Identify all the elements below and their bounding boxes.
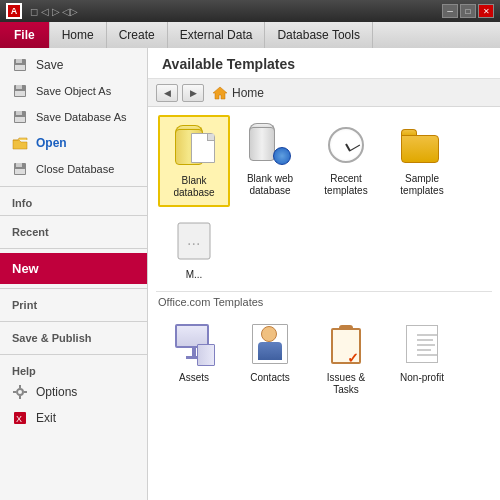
tab-database-tools[interactable]: Database Tools	[265, 22, 373, 48]
section-info: Info	[0, 191, 147, 211]
tab-file[interactable]: File	[0, 22, 50, 48]
minimize-button[interactable]: ─	[442, 4, 458, 18]
svg-rect-1	[16, 59, 22, 63]
gear-icon	[12, 384, 28, 400]
divider-5	[0, 321, 147, 322]
sidebar-options-label: Options	[36, 385, 77, 399]
template-contacts[interactable]: Contacts	[234, 314, 306, 402]
section-new[interactable]: New	[0, 253, 147, 284]
template-recent[interactable]: Recent templates	[310, 115, 382, 207]
divider-3	[0, 248, 147, 249]
contacts-icon	[246, 320, 294, 368]
close-button[interactable]: ✕	[478, 4, 494, 18]
officecom-section-title: Office.com Templates	[156, 291, 492, 312]
divider-2	[0, 215, 147, 216]
tab-home[interactable]: Home	[50, 22, 107, 48]
assets-icon	[170, 320, 218, 368]
svg-rect-14	[19, 396, 21, 399]
divider-4	[0, 288, 147, 289]
recent-templates-label: Recent templates	[314, 173, 378, 197]
assets-label: Assets	[179, 372, 209, 384]
window-controls[interactable]: ─ □ ✕	[442, 4, 494, 18]
sidebar-item-open[interactable]: Open	[0, 130, 147, 156]
divider-1	[0, 186, 147, 187]
svg-rect-2	[15, 65, 25, 70]
svg-rect-16	[24, 391, 27, 393]
sidebar-exit-label: Exit	[36, 411, 56, 425]
template-more[interactable]: ... M...	[158, 211, 230, 287]
svg-rect-7	[16, 111, 22, 115]
svg-point-12	[17, 389, 23, 395]
content-title: Available Templates	[148, 48, 500, 79]
sample-templates-icon	[398, 121, 446, 169]
maximize-button[interactable]: □	[460, 4, 476, 18]
sidebar-close-db-label: Close Database	[36, 163, 114, 175]
sidebar-item-exit[interactable]: X Exit	[0, 405, 147, 431]
blank-db-icon	[170, 123, 218, 171]
main-templates-grid: Blank database Blank web database	[158, 115, 490, 287]
folder-open-icon	[12, 135, 28, 151]
sample-templates-label: Sample templates	[390, 173, 454, 197]
template-blank-db[interactable]: Blank database	[158, 115, 230, 207]
svg-rect-5	[15, 91, 25, 96]
template-nonprofit[interactable]: Non-profit	[386, 314, 458, 402]
main-container: Save Save Object As Save Database As Ope…	[0, 48, 500, 500]
svg-rect-8	[15, 117, 25, 122]
nav-bar: ◀ ▶ Home	[148, 79, 500, 107]
sidebar-item-save-database-as[interactable]: Save Database As	[0, 104, 147, 130]
nonprofit-icon	[398, 320, 446, 368]
contacts-label: Contacts	[250, 372, 289, 384]
svg-rect-13	[19, 385, 21, 388]
sidebar-item-save-object-as[interactable]: Save Object As	[0, 78, 147, 104]
blank-web-db-icon	[246, 121, 294, 169]
nav-home[interactable]: Home	[212, 86, 264, 100]
officecom-templates-grid: Assets Contacts	[158, 314, 490, 402]
more-templates-icon: ...	[170, 217, 218, 265]
sidebar-open-label: Open	[36, 136, 67, 150]
sidebar-item-options[interactable]: Options	[0, 379, 147, 405]
sidebar-save-object-label: Save Object As	[36, 85, 111, 97]
blank-db-label: Blank database	[164, 175, 224, 199]
tab-create[interactable]: Create	[107, 22, 168, 48]
sidebar-item-save[interactable]: Save	[0, 52, 147, 78]
svg-text:...: ...	[187, 231, 200, 248]
svg-rect-10	[16, 163, 22, 167]
template-sample[interactable]: Sample templates	[386, 115, 458, 207]
blank-web-db-label: Blank web database	[238, 173, 302, 197]
recent-templates-icon	[322, 121, 370, 169]
home-icon	[212, 86, 228, 100]
save-database-icon	[12, 109, 28, 125]
issues-tasks-icon: ✓	[322, 320, 370, 368]
save-object-icon	[12, 83, 28, 99]
exit-icon: X	[12, 410, 28, 426]
section-print[interactable]: Print	[0, 293, 147, 317]
save-icon	[12, 57, 28, 73]
svg-rect-15	[13, 391, 16, 393]
title-bar: A ◻ ◁ ▷ ◁▷ ─ □ ✕	[0, 0, 500, 22]
tab-external-data[interactable]: External Data	[168, 22, 266, 48]
sidebar-item-close-database[interactable]: Close Database	[0, 156, 147, 182]
title-bar-text: ◻ ◁ ▷ ◁▷	[30, 6, 78, 17]
template-issues-tasks[interactable]: ✓ Issues & Tasks	[310, 314, 382, 402]
app-icon: A	[6, 3, 22, 19]
sidebar-save-label: Save	[36, 58, 63, 72]
svg-marker-19	[213, 87, 227, 99]
template-blank-web-db[interactable]: Blank web database	[234, 115, 306, 207]
main-templates-section: Blank database Blank web database	[148, 107, 500, 291]
back-button[interactable]: ◀	[156, 84, 178, 102]
sidebar-save-db-label: Save Database As	[36, 111, 127, 123]
nonprofit-label: Non-profit	[400, 372, 444, 384]
sidebar: Save Save Object As Save Database As Ope…	[0, 48, 148, 500]
issues-tasks-label: Issues & Tasks	[327, 372, 365, 396]
divider-6	[0, 354, 147, 355]
template-assets[interactable]: Assets	[158, 314, 230, 402]
svg-text:X: X	[16, 414, 22, 424]
forward-button[interactable]: ▶	[182, 84, 204, 102]
close-db-icon	[12, 161, 28, 177]
section-recent[interactable]: Recent	[0, 220, 147, 244]
officecom-templates-section: Assets Contacts	[148, 312, 500, 406]
svg-rect-11	[15, 169, 25, 174]
section-save-publish[interactable]: Save & Publish	[0, 326, 147, 350]
section-new-label: New	[12, 261, 39, 276]
ribbon: File Home Create External Data Database …	[0, 22, 500, 48]
